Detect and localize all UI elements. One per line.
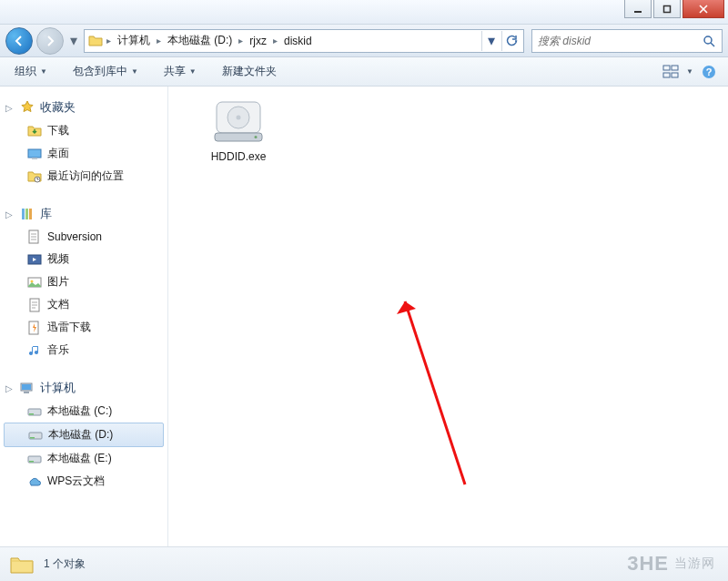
pictures-icon: [27, 275, 42, 290]
libraries-label: 库: [40, 206, 52, 222]
annotation-arrow: [394, 289, 476, 489]
file-name-label: HDDID.exe: [190, 150, 287, 165]
sidebar-item-subversion[interactable]: Subversion: [4, 226, 164, 248]
nav-history-dropdown[interactable]: ▾: [67, 27, 80, 55]
folder-icon: [88, 34, 103, 48]
sidebar-item-label: 迅雷下载: [47, 320, 91, 335]
chevron-right-icon: ▸: [238, 36, 243, 46]
include-in-library-menu[interactable]: 包含到库中▼: [67, 61, 144, 82]
breadcrumb-segment[interactable]: diskid: [281, 33, 315, 49]
sidebar-item-label: WPS云文档: [47, 474, 105, 489]
svg-rect-8: [663, 73, 670, 77]
expand-icon: ▷: [5, 383, 15, 393]
share-menu[interactable]: 共享▼: [158, 61, 202, 82]
sidebar-item-label: Subversion: [47, 230, 102, 243]
sidebar-item-label: 本地磁盘 (E:): [47, 451, 112, 466]
sidebar-item-label: 文档: [47, 297, 69, 312]
organize-label: 组织: [15, 64, 36, 79]
svg-rect-13: [32, 158, 37, 159]
search-icon[interactable]: [702, 34, 716, 48]
window-maximize-button[interactable]: [653, 0, 681, 18]
sidebar-item-drive-e[interactable]: 本地磁盘 (E:): [4, 447, 164, 470]
organize-menu[interactable]: 组织▼: [9, 61, 53, 82]
status-bar: 1 个对象: [0, 546, 728, 581]
svg-rect-26: [24, 392, 29, 393]
drive-icon: [27, 404, 42, 419]
address-dropdown-button[interactable]: ▾: [481, 31, 500, 51]
sidebar-item-desktop[interactable]: 桌面: [4, 142, 164, 165]
nav-forward-button[interactable]: [36, 27, 64, 55]
svg-rect-28: [29, 413, 34, 415]
computer-label: 计算机: [40, 380, 76, 396]
file-item[interactable]: HDDID.exe: [190, 97, 287, 165]
refresh-button[interactable]: [501, 31, 520, 51]
help-button[interactable]: ?: [699, 62, 719, 82]
file-list-pane[interactable]: HDDID.exe: [168, 87, 728, 546]
newfolder-label: 新建文件夹: [222, 64, 277, 79]
sidebar-item-pictures[interactable]: 图片: [4, 270, 164, 293]
search-input[interactable]: [538, 35, 702, 47]
sidebar-item-drive-d[interactable]: 本地磁盘 (D:): [4, 423, 164, 447]
address-bar[interactable]: ▸ 计算机 ▸ 本地磁盘 (D:) ▸ rjxz ▸ diskid ▾: [84, 29, 524, 53]
view-dropdown[interactable]: ▼: [686, 67, 693, 76]
svg-rect-6: [663, 66, 670, 70]
new-folder-button[interactable]: 新建文件夹: [217, 61, 282, 82]
desktop-icon: [27, 147, 42, 161]
breadcrumb-segment[interactable]: rjxz: [247, 33, 269, 49]
window-minimize-button[interactable]: [624, 0, 652, 18]
favorites-group: ▷ 收藏夹 下载 桌面 最近访问的位置: [4, 96, 164, 188]
sidebar-item-videos[interactable]: 视频: [4, 248, 164, 270]
svg-rect-16: [25, 209, 28, 219]
watermark: 3HE 当游网: [627, 552, 715, 576]
svg-rect-1: [664, 5, 671, 12]
main-area: ▷ 收藏夹 下载 桌面 最近访问的位置 ▷ 库 Subversion 视频 图片…: [0, 87, 728, 546]
navigation-pane[interactable]: ▷ 收藏夹 下载 桌面 最近访问的位置 ▷ 库 Subversion 视频 图片…: [0, 87, 168, 546]
sidebar-item-label: 本地磁盘 (C:): [47, 403, 112, 419]
svg-rect-17: [29, 209, 32, 219]
favorites-header[interactable]: ▷ 收藏夹: [4, 96, 164, 119]
command-toolbar: 组织▼ 包含到库中▼ 共享▼ 新建文件夹 ▼ ?: [0, 57, 728, 87]
video-icon: [27, 252, 42, 267]
svg-line-38: [405, 301, 465, 484]
drive-icon: [27, 452, 42, 466]
svg-line-5: [711, 43, 714, 46]
cloud-icon: [27, 474, 42, 489]
svg-point-37: [255, 136, 258, 138]
sidebar-item-downloads[interactable]: 下载: [4, 119, 164, 142]
hdd-icon: [209, 97, 268, 145]
expand-icon: ▷: [5, 103, 15, 113]
include-label: 包含到库中: [73, 64, 127, 79]
sidebar-item-drive-c[interactable]: 本地磁盘 (C:): [4, 400, 164, 423]
computer-header[interactable]: ▷ 计算机: [4, 376, 164, 400]
svg-rect-25: [22, 384, 31, 390]
svn-icon: [27, 229, 42, 244]
breadcrumb-segment[interactable]: 本地磁盘 (D:): [165, 31, 235, 50]
folder-icon: [9, 552, 35, 577]
favorites-label: 收藏夹: [40, 99, 76, 116]
svg-rect-7: [672, 66, 678, 70]
sidebar-item-label: 本地磁盘 (D:): [48, 427, 113, 443]
view-options-button[interactable]: [661, 62, 681, 82]
expand-icon: ▷: [5, 209, 15, 219]
thunder-icon: [27, 321, 42, 335]
search-box[interactable]: [531, 29, 723, 53]
sidebar-item-recent[interactable]: 最近访问的位置: [4, 165, 164, 188]
nav-back-button[interactable]: [5, 27, 33, 55]
sidebar-item-documents[interactable]: 文档: [4, 293, 164, 316]
sidebar-item-label: 视频: [47, 251, 69, 267]
sidebar-item-music[interactable]: 音乐: [4, 339, 164, 362]
computer-icon: [20, 381, 35, 395]
libraries-header[interactable]: ▷ 库: [4, 202, 164, 226]
recent-icon: [27, 169, 42, 184]
sidebar-item-thunder[interactable]: 迅雷下载: [4, 316, 164, 339]
chevron-right-icon: ▸: [273, 36, 278, 46]
watermark-logo: 3HE: [627, 552, 669, 576]
star-icon: [20, 100, 35, 115]
chevron-right-icon: ▸: [106, 36, 111, 46]
drive-icon: [28, 428, 43, 443]
computer-group: ▷ 计算机 本地磁盘 (C:) 本地磁盘 (D:) 本地磁盘 (E:) WPS云…: [4, 376, 164, 493]
sidebar-item-wps-cloud[interactable]: WPS云文档: [4, 470, 164, 493]
window-close-button[interactable]: [682, 0, 724, 18]
breadcrumb-segment[interactable]: 计算机: [115, 31, 153, 50]
window-titlebar: [0, 0, 728, 25]
